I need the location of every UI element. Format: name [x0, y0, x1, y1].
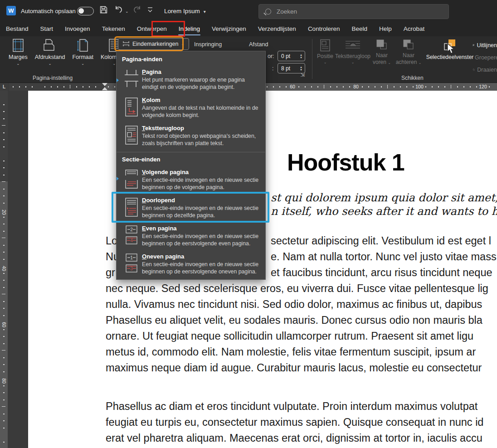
margins-button[interactable]: Marges ⌄ [6, 38, 30, 67]
align-button[interactable]: Uitlijnen [473, 39, 497, 51]
chevron-down-icon: ⌄ [81, 62, 84, 66]
undo-dropdown-chevron[interactable]: ⌄ [125, 9, 129, 14]
ruler-tick [76, 86, 77, 88]
bring-forward-label-1: Naar [376, 52, 388, 58]
document-italic-line[interactable]: n itself, who seeks after it and wants t… [271, 205, 497, 218]
tab-help[interactable]: Help [373, 22, 398, 36]
ruler-tick [3, 104, 5, 105]
rotate-icon [473, 66, 475, 73]
document-body-line[interactable]: metus id, commodo elit. Nam molestie, fe… [106, 346, 476, 358]
group-button: Groeperen [473, 51, 497, 63]
document-body-line[interactable]: maximus neque diam id augue. Curabitur m… [106, 362, 482, 374]
chevron-down-icon: ▾ [204, 9, 206, 14]
ruler-tick [25, 86, 26, 88]
size-button[interactable]: Formaat ⌄ [70, 38, 96, 67]
ruler-tick [3, 118, 5, 119]
hanging-indent-marker[interactable] [102, 87, 107, 90]
send-backward-button: Naar achteren ⌄ [395, 39, 423, 65]
ruler-tick [3, 224, 5, 224]
even-page-section-icon: 24 [124, 225, 139, 245]
ruler-tick [311, 86, 312, 88]
document-body-line[interactable]: Phasellus eu aliquet velit, eu sodales m… [106, 314, 482, 326]
tab-controleren[interactable]: Controleren [302, 22, 346, 36]
svg-text:3: 3 [130, 266, 133, 271]
next-page-section-icon [124, 169, 139, 189]
vertical-ruler[interactable]: 20 40 60 80 [0, 91, 8, 448]
tab-bestand[interactable]: Bestand [0, 22, 34, 36]
undo-icon[interactable] [114, 5, 123, 14]
annotation-box-doorlopend-item [112, 192, 269, 223]
ruler-tick [3, 414, 5, 414]
svg-text:1: 1 [130, 255, 133, 260]
tab-selector[interactable]: L [0, 83, 8, 91]
insertion-marker-icon [117, 177, 119, 180]
document-body-line[interactable]: nec neque. Sed sed scelerisque eros, eu … [106, 282, 488, 295]
ruler-tick [463, 86, 464, 88]
group-label: Groeperen [475, 54, 497, 61]
send-backward-label-1: Naar [403, 52, 414, 58]
document-title[interactable]: Lorem Ipsum▾ [164, 8, 206, 15]
menu-item-even-pagina[interactable]: 24 Even pagina Een sectie-einde invoegen… [117, 222, 265, 250]
position-button: Positie ⌄ [315, 39, 336, 64]
menu-item-title: Oneven pagina [142, 253, 262, 260]
ruler-tick [3, 231, 5, 232]
tab-start[interactable]: Start [34, 22, 59, 36]
document-body-line[interactable]: gr et faucibus tincidunt, arcu risus tin… [106, 267, 115, 279]
wrap-text-label: Tekstterugloop [335, 53, 370, 59]
orientation-button[interactable]: Afdrukstand ⌄ [33, 38, 68, 67]
menu-item-volgende-pagina[interactable]: Volgende pagina Een sectie-einde invoege… [117, 166, 265, 194]
tab-tekenen[interactable]: Tekenen [96, 22, 131, 36]
tab-acrobat[interactable]: Acrobat [398, 22, 431, 36]
arrange-side-column: Uitlijnen Groeperen Draaien [473, 39, 497, 76]
word-window: W Automatisch opslaan ⌄ Lorem Ipsum▾ Zoe… [0, 0, 497, 448]
document-body-line[interactable]: nulla. Vivamus nec tincidunt nisi. Sed o… [106, 298, 482, 311]
stepper-arrows-icon[interactable]: ▴▾ [297, 54, 305, 59]
ruler-tick [2, 294, 5, 294]
ruler-tick [368, 86, 369, 88]
indent-marker[interactable] [102, 83, 107, 90]
odd-page-section-icon: 13 [124, 253, 139, 273]
ruler-tick [400, 86, 401, 88]
menu-item-description: Een sectie-einde invoegen en de nieuwe s… [142, 233, 259, 247]
first-line-indent-marker[interactable] [102, 83, 107, 86]
autosave-toggle[interactable] [77, 7, 94, 15]
document-body-line[interactable]: Phasellus ac diam et eros tincidunt vulp… [106, 400, 478, 413]
tab-beeld[interactable]: Beeld [346, 22, 373, 36]
ruler-tick [470, 86, 471, 88]
paragraph-dialog-launcher-icon[interactable]: ⇲ [300, 72, 305, 78]
menu-item-title: Pagina [142, 68, 262, 75]
tab-invoegen[interactable]: Invoegen [59, 22, 96, 36]
menu-item-tekstterugloop[interactable]: Tekstterugloop Tekst rond objecten op we… [117, 122, 265, 150]
menu-item-oneven-pagina[interactable]: 13 Oneven pagina Een sectie-einde invoeg… [117, 250, 265, 278]
tab-verwijzingen[interactable]: Verwijzingen [206, 22, 252, 36]
document-body-line[interactable]: erat vel pharetra aliquam. Maecenas erat… [106, 432, 482, 444]
ruler-tick [438, 86, 439, 88]
document-italic-line[interactable]: st qui dolorem ipsum quia dolor sit amet… [271, 191, 497, 204]
text-wrapping-break-icon [124, 125, 139, 145]
ruler-tick [63, 86, 64, 88]
chevron-down-icon: ⌄ [112, 62, 116, 66]
spacing-before-label-fragment: or: [268, 53, 274, 59]
ruler-tick [3, 195, 5, 196]
tab-verzendlijsten[interactable]: Verzendlijsten [252, 22, 302, 36]
search-input[interactable]: Zoeken [258, 4, 449, 19]
ruler-tick [2, 350, 5, 351]
document-heading[interactable]: Hoofstuk 1 [287, 149, 404, 176]
autosave-label: Automatisch opslaan [21, 8, 76, 15]
selection-pane-label: Selectiedeelvenster [426, 54, 474, 60]
document-body-line[interactable]: feugiat eu turpis eu, consectetur maximu… [106, 416, 483, 429]
bring-forward-button: Naar voren ⌄ [371, 39, 393, 65]
ruler-tick [3, 280, 5, 281]
menu-item-title: Volgende pagina [142, 169, 262, 175]
spacing-before-stepper[interactable]: 0 pt ▴▾ [278, 51, 305, 61]
ruler-tick [3, 364, 5, 365]
menu-item-kolom[interactable]: Kolom Aangeven dat de tekst na het kolom… [117, 94, 265, 122]
save-icon[interactable] [99, 5, 108, 14]
insertion-marker-icon [117, 78, 119, 82]
menu-item-pagina[interactable]: Pagina Het punt markeren waarop de ene p… [117, 66, 265, 94]
customize-quick-access-icon[interactable] [147, 7, 153, 13]
document-body-line[interactable]: ornare. Ut feugiat neque sollicitudin ul… [106, 330, 473, 342]
word-logo-icon[interactable]: W [6, 6, 16, 15]
ruler-tick [3, 308, 5, 309]
stepper-arrows-icon[interactable]: ▴▾ [297, 66, 305, 71]
